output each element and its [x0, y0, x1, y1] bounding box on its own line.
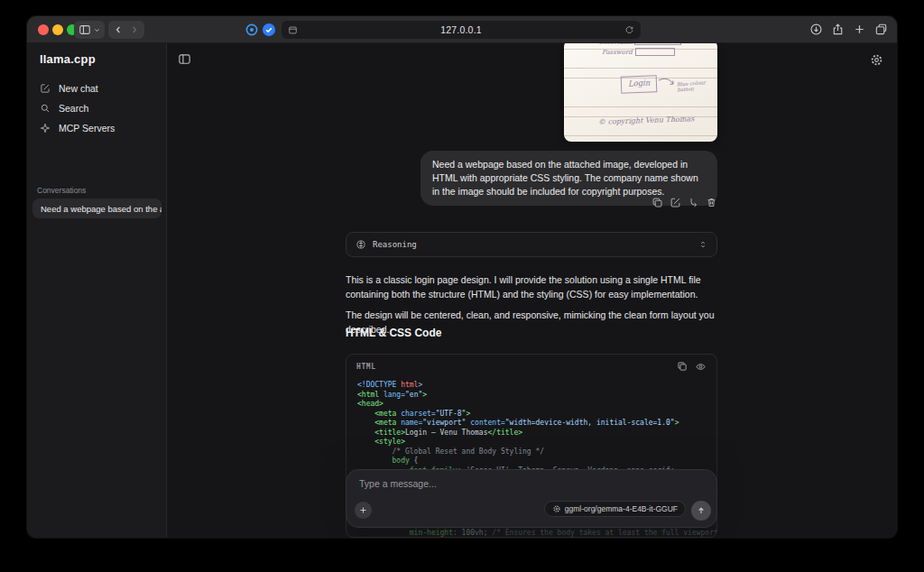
conversation-item[interactable]: Need a webpage based on the at... [32, 198, 162, 218]
model-icon [552, 504, 561, 513]
sidebar-item-label: MCP Servers [59, 123, 115, 134]
message-input[interactable] [359, 478, 702, 489]
conversations-section-label: Conversations [37, 186, 86, 195]
new-chat-icon [40, 83, 51, 94]
sketch-username-label: UserName [598, 43, 633, 46]
sidebar: llama.cpp New chat Search [27, 43, 167, 538]
sketch-login-label: Login [628, 78, 651, 88]
reload-icon[interactable] [624, 25, 634, 35]
panel-collapse-icon[interactable] [178, 52, 191, 66]
preview-eye-icon[interactable] [695, 361, 707, 373]
attach-plus-button[interactable] [355, 502, 372, 519]
toolbar-right [809, 23, 888, 36]
sidebar-item-new-chat[interactable]: New chat [27, 78, 166, 98]
sidebar-item-label: Search [59, 103, 88, 114]
message-composer: ggml-org/gemma-4-E4B-it-GGUF [346, 469, 717, 528]
tab-overview-icon[interactable] [874, 23, 888, 36]
send-button[interactable] [691, 501, 711, 521]
sketch-password-label: Password [602, 49, 633, 56]
attached-image[interactable]: UserName Password Login Blue colour butt… [564, 43, 717, 142]
delete-icon[interactable] [706, 197, 717, 208]
share-icon[interactable] [831, 23, 845, 36]
model-name: ggml-org/gemma-4-E4B-it-GGUF [565, 504, 678, 513]
extension-check-icon[interactable] [262, 23, 276, 37]
llama-cpp-app: llama.cpp New chat Search [27, 43, 897, 538]
reasoning-collapsible[interactable]: Reasoning [346, 232, 717, 257]
expand-icon [698, 239, 707, 250]
copy-icon[interactable] [651, 197, 663, 208]
code-language-label: HTML [356, 363, 376, 371]
browser-sidebar-button[interactable] [74, 21, 105, 39]
app-title: llama.cpp [27, 43, 166, 66]
chevron-down-icon [93, 26, 101, 34]
page-icon [288, 25, 298, 35]
address-bar[interactable]: 127.0.0.1 [282, 21, 641, 39]
section-heading: HTML & CSS Code [346, 327, 441, 339]
sidebar-item-mcp-servers[interactable]: MCP Servers [27, 118, 166, 138]
browser-window: 127.0.0.1 [27, 16, 897, 538]
settings-gear-icon[interactable] [870, 53, 883, 67]
traffic-lights [38, 24, 78, 35]
new-tab-icon[interactable] [853, 23, 866, 36]
code-tools [677, 361, 707, 373]
copy-code-icon[interactable] [677, 361, 688, 373]
nav-buttons [108, 21, 144, 39]
sidebar-toggle-icon [79, 23, 91, 36]
mcp-icon [40, 123, 51, 134]
chat-area: UserName Password Login Blue colour butt… [167, 43, 897, 538]
edit-icon[interactable] [670, 197, 681, 208]
sketch-arrow [658, 77, 676, 89]
message-actions [651, 197, 717, 208]
brain-icon [356, 239, 366, 250]
sketch-username-box [634, 43, 681, 45]
extension-target-icon[interactable] [245, 23, 259, 37]
sidebar-nav: New chat Search MCP Servers [27, 78, 166, 138]
search-icon [40, 103, 51, 114]
downloads-icon[interactable] [809, 23, 823, 36]
close-window-button[interactable] [38, 24, 49, 35]
reasoning-label: Reasoning [373, 240, 417, 249]
sidebar-item-search[interactable]: Search [27, 98, 166, 118]
url-text: 127.0.0.1 [298, 24, 624, 35]
back-icon[interactable] [113, 24, 124, 35]
branch-icon[interactable] [688, 197, 699, 208]
model-selector[interactable]: ggml-org/gemma-4-E4B-it-GGUF [544, 501, 686, 517]
code-block-header: HTML [346, 355, 716, 376]
assistant-paragraph: This is a classic login page design. I w… [346, 272, 717, 301]
browser-toolbar: 127.0.0.1 [27, 16, 897, 43]
minimize-window-button[interactable] [52, 24, 63, 35]
forward-icon[interactable] [129, 24, 140, 35]
sketch-password-box [635, 48, 675, 56]
sidebar-item-label: New chat [59, 83, 98, 94]
desktop: 127.0.0.1 [0, 0, 924, 572]
